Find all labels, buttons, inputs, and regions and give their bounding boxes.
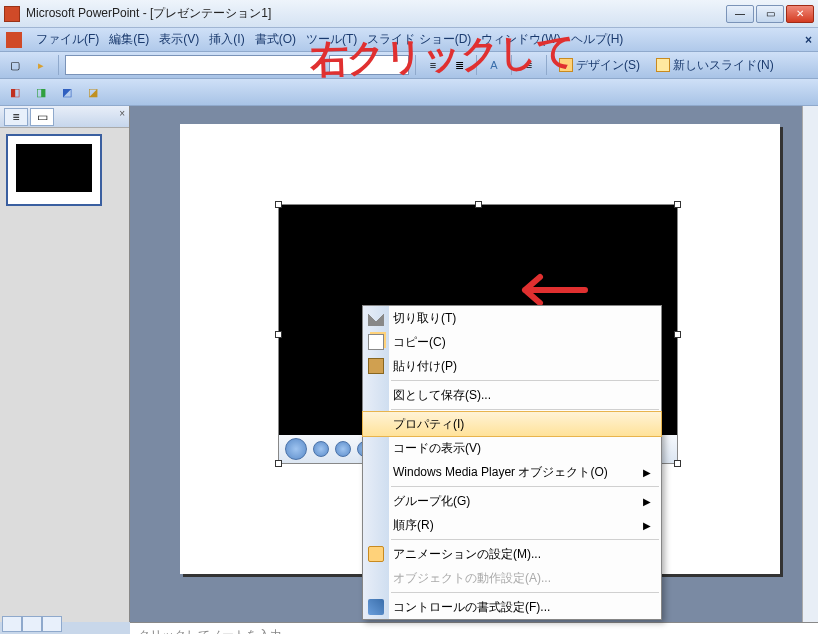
resize-handle-w[interactable] bbox=[275, 331, 282, 338]
menu-cut[interactable]: 切り取り(T) bbox=[363, 306, 661, 330]
tool-2[interactable]: ◨ bbox=[30, 81, 52, 103]
font-size-dropdown[interactable] bbox=[329, 55, 409, 75]
format-icon bbox=[368, 599, 384, 615]
resize-handle-sw[interactable] bbox=[275, 460, 282, 467]
minimize-button[interactable]: — bbox=[726, 5, 754, 23]
wmp-play-button[interactable] bbox=[285, 438, 307, 460]
slide-thumbnails: 1 bbox=[0, 128, 129, 622]
resize-handle-se[interactable] bbox=[674, 460, 681, 467]
paste-icon bbox=[368, 358, 384, 374]
resize-handle-e[interactable] bbox=[674, 331, 681, 338]
sorter-view-button[interactable] bbox=[22, 616, 42, 632]
copy-icon bbox=[368, 334, 384, 350]
slide-thumbnail-1[interactable] bbox=[6, 134, 102, 206]
menu-order[interactable]: 順序(R)▶ bbox=[363, 513, 661, 537]
submenu-arrow-icon: ▶ bbox=[643, 520, 651, 531]
menu-insert[interactable]: 挿入(I) bbox=[209, 31, 244, 48]
menu-properties[interactable]: プロパティ(I) bbox=[362, 411, 662, 437]
slides-tab[interactable]: ▭ bbox=[30, 108, 54, 126]
vertical-scrollbar[interactable] bbox=[802, 106, 818, 622]
normal-view-button[interactable] bbox=[2, 616, 22, 632]
slideshow-view-button[interactable] bbox=[42, 616, 62, 632]
wmp-stop-button[interactable] bbox=[313, 441, 329, 457]
menu-format-control[interactable]: コントロールの書式設定(F)... bbox=[363, 595, 661, 619]
design-button[interactable]: デザイン(S) bbox=[553, 54, 646, 76]
mdi-close-button[interactable]: × bbox=[805, 33, 812, 47]
open-button[interactable]: ▸ bbox=[30, 54, 52, 76]
formatting-toolbar: ▢ ▸ ≡ ≣ A ≡ デザイン(S) 新しいスライド(N) bbox=[0, 52, 818, 79]
menu-paste[interactable]: 貼り付け(P) bbox=[363, 354, 661, 378]
menu-wmp-object[interactable]: Windows Media Player オブジェクト(O)▶ bbox=[363, 460, 661, 484]
align-button[interactable]: ≡ bbox=[518, 54, 540, 76]
menu-tools[interactable]: ツール(T) bbox=[306, 31, 357, 48]
thumbnail-content bbox=[16, 144, 92, 192]
new-slide-button[interactable]: 新しいスライド(N) bbox=[650, 54, 780, 76]
outline-tabs: ≡ ▭ × bbox=[0, 106, 129, 128]
menu-format[interactable]: 書式(O) bbox=[255, 31, 296, 48]
submenu-arrow-icon: ▶ bbox=[643, 496, 651, 507]
new-slide-label: 新しいスライド(N) bbox=[673, 57, 774, 74]
animation-icon bbox=[368, 546, 384, 562]
tool-3[interactable]: ◩ bbox=[56, 81, 78, 103]
maximize-button[interactable]: ▭ bbox=[756, 5, 784, 23]
notes-pane[interactable]: クリックしてノートを入力 bbox=[130, 622, 818, 634]
tool-1[interactable]: ◧ bbox=[4, 81, 26, 103]
menu-animation[interactable]: アニメーションの設定(M)... bbox=[363, 542, 661, 566]
standard-toolbar: ◧ ◨ ◩ ◪ bbox=[0, 79, 818, 106]
wmp-prev-button[interactable] bbox=[335, 441, 351, 457]
menu-edit[interactable]: 編集(E) bbox=[109, 31, 149, 48]
menu-grouping[interactable]: グループ化(G)▶ bbox=[363, 489, 661, 513]
menu-slideshow[interactable]: スライド ショー(D) bbox=[367, 31, 471, 48]
menu-copy[interactable]: コピー(C) bbox=[363, 330, 661, 354]
submenu-arrow-icon: ▶ bbox=[643, 467, 651, 478]
menu-save-as-picture[interactable]: 図として保存(S)... bbox=[363, 383, 661, 407]
resize-handle-n[interactable] bbox=[475, 201, 482, 208]
powerpoint-icon bbox=[4, 6, 20, 22]
window-title: Microsoft PowerPoint - [プレゼンテーション1] bbox=[26, 5, 726, 22]
outline-pane: ≡ ▭ × 1 bbox=[0, 106, 130, 622]
context-menu: 切り取り(T) コピー(C) 貼り付け(P) 図として保存(S)... プロパテ… bbox=[362, 305, 662, 620]
tool-4[interactable]: ◪ bbox=[82, 81, 104, 103]
cut-icon bbox=[368, 310, 384, 326]
font-grow-button[interactable]: A bbox=[483, 54, 505, 76]
menu-view[interactable]: 表示(V) bbox=[159, 31, 199, 48]
view-buttons bbox=[2, 616, 62, 632]
pane-close-button[interactable]: × bbox=[119, 108, 125, 125]
app-icon bbox=[6, 32, 22, 48]
menu-action-settings: オブジェクトの動作設定(A)... bbox=[363, 566, 661, 590]
resize-handle-ne[interactable] bbox=[674, 201, 681, 208]
menu-bar: ファイル(F) 編集(E) 表示(V) 挿入(I) 書式(O) ツール(T) ス… bbox=[0, 28, 818, 52]
resize-handle-nw[interactable] bbox=[275, 201, 282, 208]
menu-file[interactable]: ファイル(F) bbox=[36, 31, 99, 48]
menu-help[interactable]: ヘルプ(H) bbox=[571, 31, 624, 48]
bullets-button[interactable]: ≡ bbox=[422, 54, 444, 76]
notes-placeholder: クリックしてノートを入力 bbox=[138, 628, 282, 634]
font-dropdown[interactable] bbox=[65, 55, 325, 75]
menu-view-code[interactable]: コードの表示(V) bbox=[363, 436, 661, 460]
menu-window[interactable]: ウィンドウ(W) bbox=[481, 31, 560, 48]
title-bar: Microsoft PowerPoint - [プレゼンテーション1] — ▭ … bbox=[0, 0, 818, 28]
numbering-button[interactable]: ≣ bbox=[448, 54, 470, 76]
new-button[interactable]: ▢ bbox=[4, 54, 26, 76]
design-label: デザイン(S) bbox=[576, 57, 640, 74]
outline-tab[interactable]: ≡ bbox=[4, 108, 28, 126]
close-button[interactable]: ✕ bbox=[786, 5, 814, 23]
